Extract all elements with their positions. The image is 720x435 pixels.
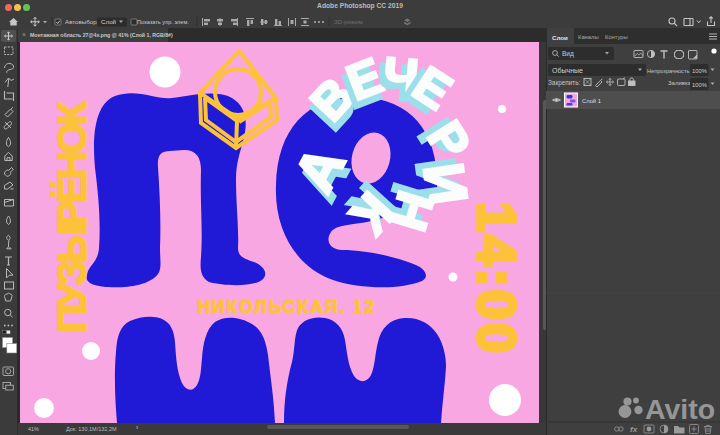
svg-text:Автовыбор:: Автовыбор:	[65, 18, 99, 25]
svg-text:Слой 1: Слой 1	[582, 98, 601, 104]
svg-text:Заливка:: Заливка:	[668, 80, 693, 86]
svg-text:fx: fx	[630, 425, 638, 434]
svg-text:3D-режим: 3D-режим	[334, 18, 363, 25]
svg-text:Вид: Вид	[562, 50, 574, 58]
svg-text:100%: 100%	[692, 68, 707, 74]
svg-text:14:00: 14:00	[467, 202, 527, 356]
svg-text:Непрозрачность:: Непрозрачность:	[647, 68, 691, 74]
svg-text:Слой: Слой	[101, 18, 117, 25]
svg-text:Показать упр. элем.: Показать упр. элем.	[137, 19, 189, 25]
svg-text:ПУЗЫРЁНОК: ПУЗЫРЁНОК	[50, 101, 94, 333]
svg-text:100%: 100%	[692, 82, 707, 88]
svg-text:Avito: Avito	[645, 393, 715, 424]
svg-text:Обычные: Обычные	[552, 67, 583, 74]
svg-text:Закрепить:: Закрепить:	[548, 79, 581, 87]
svg-text:НИКОЛЬСКАЯ. 12: НИКОЛЬСКАЯ. 12	[197, 297, 376, 317]
